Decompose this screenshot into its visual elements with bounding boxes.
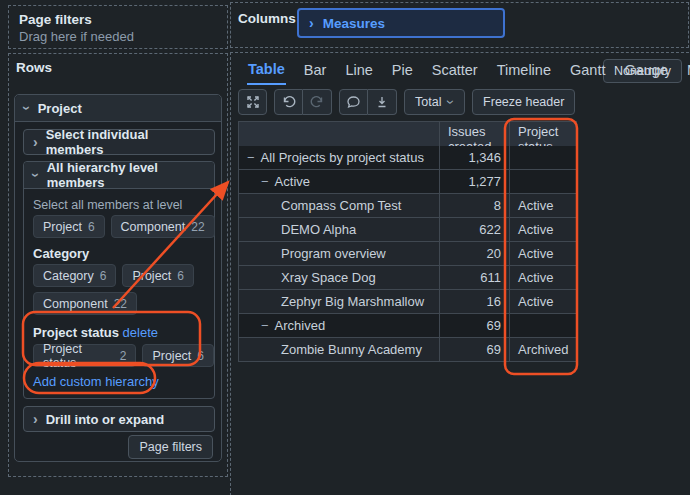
table-cell-status[interactable]: Archived — [510, 338, 577, 362]
freeze-header-button[interactable]: Freeze header — [472, 89, 575, 115]
table-cell-issues[interactable]: 8 — [440, 194, 510, 218]
project-level-chip[interactable]: Project 6 — [142, 344, 214, 367]
tab-more[interactable]: More › — [686, 59, 690, 85]
table-cell-status[interactable] — [510, 314, 577, 338]
tab-line[interactable]: Line — [344, 59, 373, 85]
table-row-name[interactable]: DEMO Alpha — [239, 218, 440, 242]
collapse-expander[interactable]: − — [261, 174, 269, 189]
row-label: Active — [275, 174, 310, 189]
chip-label: Project — [43, 220, 82, 234]
table-cell-status[interactable]: Active — [510, 266, 577, 290]
table-row-name[interactable]: −Active — [239, 170, 440, 194]
drill-into-label: Drill into or expand — [46, 412, 164, 427]
row-label: Archived — [275, 318, 326, 333]
project-status-title-text: Project status — [33, 325, 119, 340]
all-hierarchy-header[interactable]: › All hierarchy level members — [24, 162, 214, 189]
project-status-level-chip[interactable]: Project status 2 — [33, 344, 136, 367]
page-filters-button[interactable]: Page filters — [128, 435, 213, 459]
collapse-expander[interactable]: − — [261, 318, 269, 333]
redo-button[interactable] — [303, 89, 332, 115]
table-cell-issues[interactable]: 69 — [440, 338, 510, 362]
table-row-name[interactable]: Compass Comp Test — [239, 194, 440, 218]
table-row-name[interactable]: −All Projects by project status — [239, 146, 440, 170]
report-builder-screen: Page filters Drag here if needed Rows No… — [0, 0, 690, 495]
table-cell-status[interactable] — [510, 170, 577, 194]
tab-bar[interactable]: Bar — [303, 59, 328, 85]
table-cell-issues[interactable]: 622 — [440, 218, 510, 242]
row-label: DEMO Alpha — [281, 222, 356, 237]
chip-label: Component — [43, 297, 108, 311]
table-cell-status[interactable]: Active — [510, 194, 577, 218]
total-dropdown[interactable]: Total › — [404, 89, 465, 115]
chip-count: 22 — [191, 220, 204, 234]
table-cell-issues[interactable]: 20 — [440, 242, 510, 266]
tab-table[interactable]: Table — [247, 59, 286, 85]
table-row-name[interactable]: Xray Space Dog — [239, 266, 440, 290]
tab-label: Table — [248, 61, 285, 77]
table-cell-issues[interactable]: 1,346 — [440, 146, 510, 170]
row-label: Xray Space Dog — [281, 270, 376, 285]
undo-icon — [282, 95, 296, 109]
chip-label: Project — [132, 269, 171, 283]
measures-button[interactable]: › Measures — [297, 8, 505, 38]
add-custom-hierarchy-link[interactable]: Add custom hierarchy — [33, 374, 159, 389]
table-row-name[interactable]: Program overview — [239, 242, 440, 266]
comments-button[interactable] — [339, 89, 368, 115]
project-panel-header[interactable]: › Project — [15, 95, 221, 122]
row-label: All Projects by project status — [261, 150, 424, 165]
table-cell-status[interactable]: Active — [510, 290, 577, 314]
table-cell-status[interactable]: Active — [510, 218, 577, 242]
columns-title: Columns — [238, 11, 296, 26]
row-label: Compass Comp Test — [281, 198, 401, 213]
download-icon — [375, 95, 389, 109]
chip-label: Component — [121, 220, 186, 234]
tab-gauge[interactable]: Gauge — [623, 59, 669, 85]
table-cell-issues[interactable]: 69 — [440, 314, 510, 338]
component-level-chip[interactable]: Component 22 — [33, 292, 137, 315]
project-panel-title: Project — [38, 101, 82, 116]
tab-label: Pie — [392, 62, 413, 78]
level-chip-row: Project 6 Component 22 — [33, 215, 215, 238]
table-row-name[interactable]: Zephyr Big Marshmallow — [239, 290, 440, 314]
chip-count: 6 — [88, 220, 95, 234]
expand-arrows-icon — [246, 95, 260, 109]
tab-timeline[interactable]: Timeline — [496, 59, 552, 85]
project-level-chip[interactable]: Project 6 — [122, 264, 194, 287]
select-individual-members-button[interactable]: › Select individual members — [23, 129, 215, 155]
category-chip-row: Category 6 Project 6 — [33, 264, 194, 287]
total-label: Total — [415, 95, 441, 109]
category-chip-row-2: Component 22 — [33, 292, 137, 315]
expand-all-button[interactable] — [238, 89, 267, 115]
table-row-name[interactable]: Zombie Bunny Academy — [239, 338, 440, 362]
table-cell-status[interactable] — [510, 146, 577, 170]
select-individual-members-label: Select individual members — [46, 127, 205, 157]
table-toolbar: Total › Freeze header — [238, 89, 575, 115]
category-level-chip[interactable]: Category 6 — [33, 264, 116, 287]
table-cell-status[interactable]: Active — [510, 242, 577, 266]
component-level-chip[interactable]: Component 22 — [111, 215, 215, 238]
undo-button[interactable] — [274, 89, 303, 115]
chip-count: 6 — [177, 269, 184, 283]
table-cell-issues[interactable]: 611 — [440, 266, 510, 290]
table-cell-issues[interactable]: 16 — [440, 290, 510, 314]
collapse-expander[interactable]: − — [247, 150, 255, 165]
delete-hierarchy-link[interactable]: delete — [123, 325, 158, 340]
table-cell-issues[interactable]: 1,277 — [440, 170, 510, 194]
project-level-chip[interactable]: Project 6 — [33, 215, 105, 238]
chip-label: Category — [43, 269, 94, 283]
row-label: Program overview — [281, 246, 386, 261]
chevron-right-icon: › — [33, 412, 38, 426]
tab-label: Line — [345, 62, 372, 78]
tab-gantt[interactable]: Gantt — [569, 59, 606, 85]
tab-scatter[interactable]: Scatter — [431, 59, 479, 85]
chip-count: 22 — [114, 297, 127, 311]
tab-pie[interactable]: Pie — [391, 59, 414, 85]
project-status-chip-row: Project status 2 Project 6 — [33, 344, 214, 367]
drill-into-button[interactable]: › Drill into or expand — [23, 406, 215, 432]
chip-count: 2 — [120, 349, 127, 363]
select-all-members-label: Select all members at level — [33, 198, 182, 212]
page-filters-dropzone[interactable]: Page filters Drag here if needed — [8, 5, 228, 49]
export-button[interactable] — [368, 89, 397, 115]
table-row-name[interactable]: −Archived — [239, 314, 440, 338]
chip-count: 6 — [197, 349, 204, 363]
